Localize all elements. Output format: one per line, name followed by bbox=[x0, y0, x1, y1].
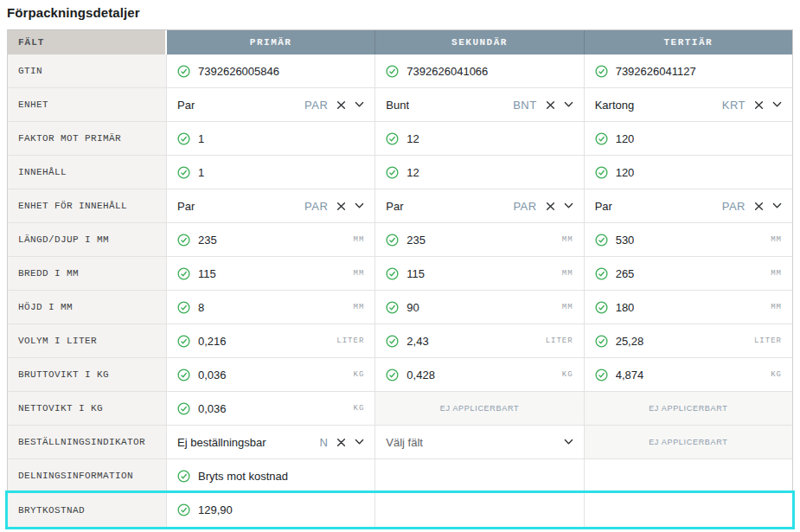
field-value-cell[interactable]: Bryts mot kostnad bbox=[167, 459, 375, 493]
field-value: 1 bbox=[198, 132, 204, 145]
table-row: VOLYM I LITER0,216LITER2,43LITER25,28LIT… bbox=[8, 324, 792, 358]
unit-code: PAR bbox=[304, 99, 328, 112]
unit-code: PAR bbox=[513, 200, 536, 213]
selected-unit-label: Ej beställningsbar bbox=[177, 436, 266, 449]
row-label: BRUTTOVIKT I KG bbox=[8, 358, 167, 392]
field-value-cell[interactable]: 0,036KG bbox=[167, 392, 375, 426]
unit-select-controls: PAR bbox=[513, 200, 573, 213]
clear-icon[interactable] bbox=[546, 202, 555, 211]
row-label: HÖJD I MM bbox=[8, 291, 167, 324]
unit-suffix-label: MM bbox=[771, 303, 782, 311]
field-value-cell[interactable]: 120 bbox=[585, 122, 792, 156]
field-value: 235 bbox=[406, 234, 426, 247]
clear-icon[interactable] bbox=[754, 202, 764, 211]
field-value-cell[interactable]: 90MM bbox=[375, 291, 584, 324]
clear-icon[interactable] bbox=[546, 100, 555, 110]
clear-icon[interactable] bbox=[754, 100, 764, 110]
field-value-cell[interactable]: 120 bbox=[585, 156, 792, 189]
check-circle-icon bbox=[386, 65, 399, 78]
check-circle-icon bbox=[595, 65, 608, 78]
row-label: NETTOVIKT I KG bbox=[8, 392, 167, 426]
unit-select-controls: KRT bbox=[722, 99, 782, 112]
unit-suffix-label: MM bbox=[562, 269, 573, 278]
unit-suffix-label: MM bbox=[771, 269, 782, 278]
unit-suffix-label: KG bbox=[562, 370, 573, 379]
row-label: INNEHÅLL bbox=[8, 156, 167, 189]
dropdown-placeholder: Välj fält bbox=[386, 436, 423, 449]
table-row: BRUTTOVIKT I KG0,036KG0,428KG4,874KG bbox=[8, 358, 792, 392]
unit-select-cell[interactable]: ParPAR bbox=[375, 189, 584, 223]
chevron-down-icon[interactable] bbox=[564, 202, 573, 209]
table-row: INNEHÅLL112120 bbox=[8, 156, 792, 189]
clear-icon[interactable] bbox=[336, 438, 346, 447]
unit-select-cell[interactable]: ParPAR bbox=[167, 88, 375, 122]
chevron-down-icon[interactable] bbox=[772, 101, 782, 108]
field-value-cell[interactable]: 265MM bbox=[585, 257, 792, 291]
unit-suffix-label: MM bbox=[354, 303, 365, 311]
field-value-cell[interactable]: 0,216LITER bbox=[167, 324, 375, 358]
chevron-down-icon[interactable] bbox=[355, 439, 364, 445]
table-row: ENHETParPARBuntBNTKartongKRT bbox=[8, 88, 792, 122]
field-value-cell[interactable]: 530MM bbox=[585, 223, 792, 257]
field-value-cell[interactable]: 7392626041127 bbox=[585, 54, 792, 88]
field-value-cell[interactable]: 8MM bbox=[167, 291, 375, 324]
chevron-down-icon[interactable] bbox=[564, 439, 573, 445]
empty-cell bbox=[375, 459, 584, 493]
unit-suffix-label: KG bbox=[771, 370, 782, 379]
field-value-cell[interactable]: 115MM bbox=[375, 257, 584, 291]
field-value-cell[interactable]: 7392626005846 bbox=[167, 54, 375, 88]
table-row: NETTOVIKT I KG0,036KGEJ APPLICERBARTEJ A… bbox=[8, 392, 792, 426]
field-value-cell[interactable]: 12 bbox=[375, 122, 584, 156]
field-value: 530 bbox=[616, 234, 635, 247]
check-circle-icon bbox=[177, 132, 190, 145]
unit-suffix-label: MM bbox=[562, 235, 573, 244]
chevron-down-icon[interactable] bbox=[355, 101, 364, 108]
check-circle-icon bbox=[177, 503, 190, 516]
table-row: ENHET FÖR INNEHÅLLParPARParPARParPAR bbox=[8, 189, 792, 223]
unit-select-cell[interactable]: ParPAR bbox=[167, 189, 375, 223]
check-circle-icon bbox=[386, 369, 399, 381]
column-header-sekundar: SEKUNDÄR bbox=[375, 30, 584, 54]
chevron-down-icon[interactable] bbox=[772, 202, 782, 209]
field-value: 0,216 bbox=[198, 335, 227, 348]
field-value: 8 bbox=[198, 301, 204, 314]
dropdown-cell[interactable]: Välj fält bbox=[375, 426, 584, 459]
field-value-cell[interactable]: 2,43LITER bbox=[375, 324, 584, 358]
field-value-cell[interactable]: 129,90 bbox=[167, 493, 375, 527]
table-row: GTIN739262600584673926260410667392626041… bbox=[8, 54, 792, 88]
unit-select-cell[interactable]: Ej beställningsbarN bbox=[167, 426, 375, 459]
unit-suffix-label: LITER bbox=[546, 337, 573, 345]
unit-select-cell[interactable]: ParPAR bbox=[585, 189, 792, 223]
field-value-cell[interactable]: 235MM bbox=[375, 223, 584, 257]
row-label: VOLYM I LITER bbox=[8, 324, 167, 358]
check-circle-icon bbox=[595, 267, 608, 280]
clear-icon[interactable] bbox=[336, 202, 346, 211]
field-value-cell[interactable]: 0,036KG bbox=[167, 358, 375, 392]
row-label: BESTÄLLNINGSINDIKATOR bbox=[8, 426, 167, 459]
unit-select-cell[interactable]: BuntBNT bbox=[375, 88, 584, 122]
selected-unit-label: Par bbox=[595, 200, 612, 213]
field-value-cell[interactable]: 12 bbox=[375, 156, 584, 189]
unit-select-cell[interactable]: KartongKRT bbox=[585, 88, 792, 122]
field-value: Bryts mot kostnad bbox=[198, 470, 288, 483]
table-header-row: FÄLTPRIMÄRSEKUNDÄRTERTIÄR bbox=[8, 30, 792, 54]
field-value-cell[interactable]: 235MM bbox=[167, 223, 375, 257]
check-circle-icon bbox=[177, 470, 190, 483]
field-value-cell[interactable]: 1 bbox=[167, 156, 375, 189]
row-label: DELNINGSINFORMATION bbox=[8, 459, 167, 493]
table-body: GTIN739262600584673926260410667392626041… bbox=[8, 54, 792, 527]
unit-suffix-label: MM bbox=[354, 235, 365, 244]
field-value-cell[interactable]: 0,428KG bbox=[375, 358, 584, 392]
field-value-cell[interactable]: 115MM bbox=[167, 257, 375, 291]
field-value-cell[interactable]: 180MM bbox=[585, 291, 792, 324]
clear-icon[interactable] bbox=[336, 100, 346, 110]
field-value-cell[interactable]: 25,28LITER bbox=[585, 324, 792, 358]
unit-suffix-label: MM bbox=[562, 303, 573, 311]
field-value-cell[interactable]: 4,874KG bbox=[585, 358, 792, 392]
field-value-cell[interactable]: 1 bbox=[167, 122, 375, 156]
check-circle-icon bbox=[386, 132, 399, 145]
table-row-highlighted: BRYTKOSTNAD129,90 bbox=[8, 493, 792, 527]
chevron-down-icon[interactable] bbox=[564, 101, 573, 108]
field-value-cell[interactable]: 7392626041066 bbox=[375, 54, 584, 88]
chevron-down-icon[interactable] bbox=[355, 202, 364, 209]
